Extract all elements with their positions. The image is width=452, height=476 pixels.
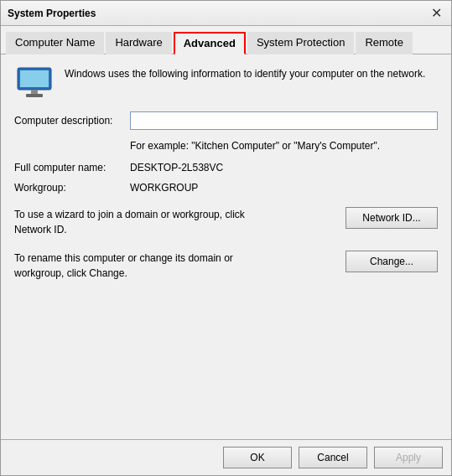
full-name-row: Full computer name: DESKTOP-2L538VC [14, 162, 438, 173]
tabs-bar: Computer Name Hardware Advanced System P… [1, 26, 451, 54]
tab-remote[interactable]: Remote [356, 32, 413, 54]
tab-hardware[interactable]: Hardware [106, 32, 171, 54]
change-button[interactable]: Change... [345, 251, 438, 272]
hint-text: For example: "Kitchen Computer" or "Mary… [130, 138, 438, 153]
content-area: Windows uses the following information t… [1, 54, 451, 439]
title-bar: System Properties ✕ [1, 1, 451, 26]
network-id-button[interactable]: Network ID... [345, 207, 438, 229]
change-text: To rename this computer or change its do… [14, 251, 283, 281]
ok-button[interactable]: OK [223, 447, 292, 468]
workgroup-row: Workgroup: WORKGROUP [14, 182, 438, 194]
tab-advanced[interactable]: Advanced [174, 32, 246, 54]
close-button[interactable]: ✕ [428, 5, 444, 22]
footer: OK Cancel Apply [1, 439, 451, 475]
full-name-label: Full computer name: [14, 162, 123, 173]
info-section: Windows uses the following information t… [14, 66, 438, 100]
apply-button[interactable]: Apply [374, 447, 443, 468]
workgroup-label: Workgroup: [14, 182, 123, 194]
info-description: Windows uses the following information t… [65, 66, 425, 81]
full-name-value: DESKTOP-2L538VC [130, 162, 223, 173]
tab-computer-name[interactable]: Computer Name [6, 32, 104, 54]
network-id-row: To use a wizard to join a domain or work… [14, 207, 438, 237]
change-row: To rename this computer or change its do… [14, 251, 438, 281]
computer-icon [14, 66, 55, 100]
cancel-button[interactable]: Cancel [299, 447, 367, 468]
svg-rect-2 [31, 90, 38, 94]
window-title: System Properties [8, 8, 96, 19]
network-id-text: To use a wizard to join a domain or work… [14, 207, 283, 237]
tab-system-protection[interactable]: System Protection [247, 32, 355, 54]
system-properties-window: System Properties ✕ Computer Name Hardwa… [0, 0, 452, 476]
workgroup-value: WORKGROUP [130, 182, 198, 194]
svg-rect-1 [20, 70, 49, 87]
svg-rect-3 [26, 94, 43, 97]
description-input[interactable] [130, 111, 438, 130]
description-label: Computer description: [14, 115, 123, 127]
description-row: Computer description: [14, 111, 438, 130]
